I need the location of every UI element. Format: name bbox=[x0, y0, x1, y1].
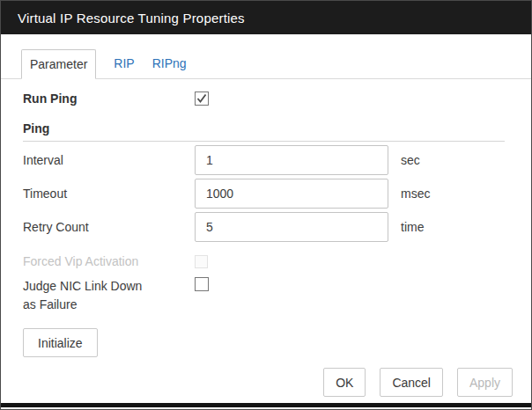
dialog-footer: OK Cancel Apply bbox=[23, 368, 513, 397]
dialog-bottom-edge bbox=[1, 403, 531, 407]
tab-bar: Parameter RIP RIPng bbox=[1, 50, 531, 79]
judge-nic-link-down-label: Judge NIC Link Down as Failure bbox=[23, 277, 195, 314]
run-ping-label: Run Ping bbox=[23, 92, 195, 106]
forced-vip-activation-row: Forced Vip Activation bbox=[23, 253, 505, 270]
run-ping-row: Run Ping bbox=[23, 92, 505, 106]
initialize-button[interactable]: Initialize bbox=[23, 328, 98, 357]
run-ping-checkbox[interactable] bbox=[195, 92, 209, 106]
apply-button[interactable]: Apply bbox=[457, 368, 513, 397]
tab-parameter[interactable]: Parameter bbox=[21, 49, 96, 79]
timeout-unit: msec bbox=[401, 187, 430, 201]
judge-nic-link-down-row: Judge NIC Link Down as Failure bbox=[23, 277, 505, 314]
ping-section-header: Ping bbox=[23, 121, 505, 142]
virtual-ip-tuning-dialog: Virtual IP Resource Tuning Properties Pa… bbox=[0, 0, 532, 410]
retry-count-row: Retry Count time bbox=[23, 212, 505, 242]
checkmark-icon bbox=[196, 93, 207, 104]
interval-input[interactable] bbox=[195, 145, 388, 175]
tab-ripng[interactable]: RIPng bbox=[152, 49, 187, 78]
retry-count-unit: time bbox=[401, 220, 424, 234]
retry-count-input[interactable] bbox=[195, 212, 388, 242]
timeout-row: Timeout msec bbox=[23, 179, 505, 209]
dialog-title: Virtual IP Resource Tuning Properties bbox=[18, 11, 245, 26]
timeout-input[interactable] bbox=[195, 179, 388, 209]
cancel-button[interactable]: Cancel bbox=[380, 368, 443, 397]
ping-section-label: Ping bbox=[23, 121, 49, 135]
ok-button[interactable]: OK bbox=[323, 368, 366, 397]
judge-nic-link-down-checkbox[interactable] bbox=[195, 277, 209, 291]
dialog-body: Run Ping Ping Interval sec Timeout msec … bbox=[1, 92, 531, 397]
forced-vip-activation-label: Forced Vip Activation bbox=[23, 254, 195, 268]
retry-count-label: Retry Count bbox=[23, 220, 195, 234]
interval-unit: sec bbox=[401, 153, 420, 167]
tab-rip[interactable]: RIP bbox=[114, 49, 134, 78]
interval-label: Interval bbox=[23, 153, 195, 167]
interval-row: Interval sec bbox=[23, 145, 505, 175]
ping-section-divider bbox=[23, 141, 505, 142]
timeout-label: Timeout bbox=[23, 187, 195, 201]
forced-vip-activation-checkbox bbox=[195, 255, 208, 268]
dialog-titlebar: Virtual IP Resource Tuning Properties bbox=[1, 1, 531, 34]
